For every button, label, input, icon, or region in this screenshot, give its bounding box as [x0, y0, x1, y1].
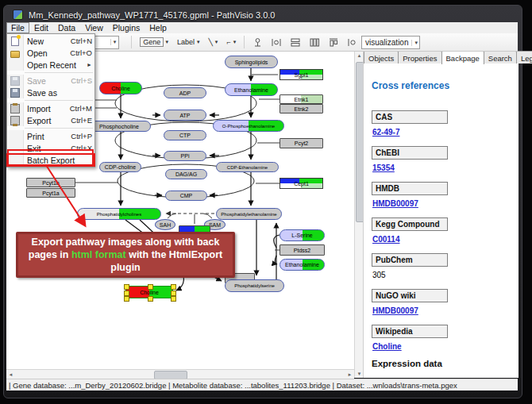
connector-tool-button[interactable]: ⌐ ▾ [223, 37, 238, 48]
menu-item-open[interactable]: OpenCtrl+O [7, 47, 94, 59]
selection-handle[interactable] [124, 284, 129, 290]
node-label: Phosphatidylserine [234, 283, 275, 288]
node-phosphatidylethanolamine[interactable]: Phosphatidylethanolamine [216, 208, 282, 220]
menu-item-shortcut: Ctrl+M [70, 104, 92, 113]
node-atp[interactable]: ATP [164, 110, 206, 121]
node-label: Sgpl1 [295, 72, 309, 78]
node-sgpl1[interactable]: Sgpl1 [279, 69, 323, 80]
menu-item-exit[interactable]: ExitCtrl+X [7, 142, 94, 154]
menubar-item-help[interactable]: Help [145, 22, 172, 33]
statusbar: | Gene database: ...m_Derby_20120602.bri… [6, 379, 518, 391]
selection-handle[interactable] [171, 290, 176, 296]
node-phosphocholine[interactable]: Phosphocholine [87, 121, 151, 132]
tab-backpage[interactable]: Backpage [441, 51, 484, 64]
align-left-button[interactable] [347, 37, 357, 48]
pathvisio-app-icon [13, 10, 23, 20]
node-cmp[interactable]: CMP [165, 190, 207, 201]
node-phosphatidylcholines[interactable]: Phosphatidylcholines [77, 208, 161, 220]
menubar-item-file[interactable]: File [6, 22, 29, 33]
node-etnk1[interactable]: Etnk1 [279, 94, 323, 104]
node-ctp[interactable]: CTP [164, 130, 206, 140]
dropdown-arrow-icon[interactable]: ▾ [197, 39, 200, 45]
save-icon [7, 75, 24, 87]
menu-separator [25, 128, 93, 129]
node-sah[interactable]: SAH [155, 219, 175, 230]
xref-link[interactable]: HMDB00097 [372, 306, 519, 315]
node-o-phosphoethanolamine[interactable]: O-Phosphoethanolamine [213, 120, 284, 132]
node-label: CDP-Ethanolamine [227, 165, 268, 170]
menubar-item-plugins[interactable]: Plugins [108, 22, 145, 33]
node-l-serine[interactable]: L-Serine [279, 229, 325, 241]
dropdown-arrow-icon[interactable]: ▾ [233, 39, 237, 45]
node-pcyt1b[interactable]: Pcyt1b [26, 178, 75, 187]
tab-search[interactable]: Search [484, 51, 517, 63]
node-sphingolipids[interactable]: Sphingolipids [225, 56, 278, 68]
node-dag[interactable]: DAG/AG [165, 169, 207, 179]
dropdown-arrow-icon[interactable]: ▾ [110, 39, 119, 45]
menubar-item-view[interactable]: View [80, 22, 108, 33]
node-ethanolamine-bottom[interactable]: Ethanolamine [279, 259, 325, 271]
menu-item-save-as[interactable]: Save as [7, 87, 94, 98]
tab-legend[interactable]: Legend [516, 51, 532, 63]
node-cdp-choline[interactable]: CDP-choline [99, 162, 141, 172]
new-label-button[interactable]: Label ▾ [174, 37, 202, 48]
menu-icon-gutter [7, 154, 24, 166]
new-datanode-button[interactable]: Gene ▾ [137, 36, 171, 48]
dropdown-arrow-icon[interactable]: ▾ [411, 40, 420, 46]
file-menu: NewCtrl+NOpenCtrl+OOpen Recent►SaveCtrl+… [6, 33, 95, 167]
scroll-right-icon[interactable]: ► [345, 370, 354, 379]
xref-link[interactable]: C00114 [372, 235, 519, 244]
line-tool-button[interactable]: ╲ ▾ [205, 37, 220, 48]
menu-item-import[interactable]: ImportCtrl+M [7, 102, 94, 114]
selection-handle[interactable] [148, 284, 153, 290]
menu-item-print[interactable]: PrintCtrl+P [7, 130, 94, 142]
dropdown-arrow-icon[interactable]: ▾ [215, 39, 218, 45]
align-center-button[interactable] [253, 37, 263, 48]
xref-section-wikipedia: WikipediaCholine [372, 323, 519, 351]
menu-item-shortcut: Ctrl+X [71, 144, 92, 152]
node-choline-selected[interactable]: Choline [125, 286, 173, 298]
menubar-item-edit[interactable]: Edit [29, 22, 53, 33]
selection-handle[interactable] [124, 290, 129, 296]
node-choline-top[interactable]: Choline [99, 82, 142, 94]
stack-horizontal-button[interactable] [309, 37, 320, 48]
menu-item-save[interactable]: SaveCtrl+S [7, 75, 94, 87]
node-cdp-ethanolamine[interactable]: CDP-Ethanolamine [216, 162, 279, 172]
canvas-horizontal-scrollbar[interactable]: ◄ ► [6, 369, 354, 379]
node-pcyt2[interactable]: Pcyt2 [279, 138, 323, 148]
scroll-left-icon[interactable]: ◄ [6, 370, 15, 379]
tab-objects[interactable]: Objects [364, 51, 399, 63]
stack-vertical-button[interactable] [290, 37, 301, 48]
tab-properties[interactable]: Properties [398, 51, 441, 63]
distribute-horizontal-button[interactable] [271, 37, 282, 48]
xref-link[interactable]: 15354 [372, 164, 519, 172]
selection-handle[interactable] [171, 284, 176, 290]
node-adp[interactable]: ADP [164, 87, 206, 98]
menu-item-batch-export[interactable]: Batch Export [7, 154, 94, 166]
menu-item-export[interactable]: ExportCtrl+E [7, 114, 94, 126]
node-ptdss2[interactable]: Ptdss2 [279, 244, 325, 256]
xref-link[interactable]: 62-49-7 [372, 128, 519, 137]
selection-handle[interactable] [171, 296, 176, 302]
menubar-item-data[interactable]: Data [53, 22, 80, 33]
import-glyph [10, 104, 20, 114]
menu-item-new[interactable]: NewCtrl+N [7, 35, 94, 47]
node-etnk2[interactable]: Etnk2 [279, 104, 323, 114]
node-ethanolamine-top[interactable]: Ethanolamine [225, 83, 278, 96]
xref-source-label: ChEBI [372, 146, 448, 160]
selection-handle[interactable] [124, 296, 129, 302]
node-phosphatidylserine[interactable]: Phosphatidylserine [225, 279, 284, 292]
dropdown-arrow-icon[interactable]: ▾ [165, 39, 168, 45]
menu-item-shortcut: Ctrl+E [71, 116, 92, 125]
xref-link[interactable]: HMDB00097 [372, 199, 519, 208]
visualization-combobox[interactable]: visualization ▾ [361, 36, 420, 49]
node-cept1[interactable]: Cept1 [279, 178, 323, 189]
selection-handle[interactable] [148, 296, 153, 302]
node-pcyt1a[interactable]: Pcyt1a [26, 188, 75, 198]
node-ppi[interactable]: PPi [164, 151, 206, 161]
menu-item-open-recent[interactable]: Open Recent► [7, 59, 94, 71]
export-glyph [10, 116, 20, 125]
xref-link[interactable]: Choline [372, 342, 519, 351]
align-top-button[interactable] [328, 37, 339, 48]
callout-text: with the HtmlExport plugin [110, 249, 222, 273]
